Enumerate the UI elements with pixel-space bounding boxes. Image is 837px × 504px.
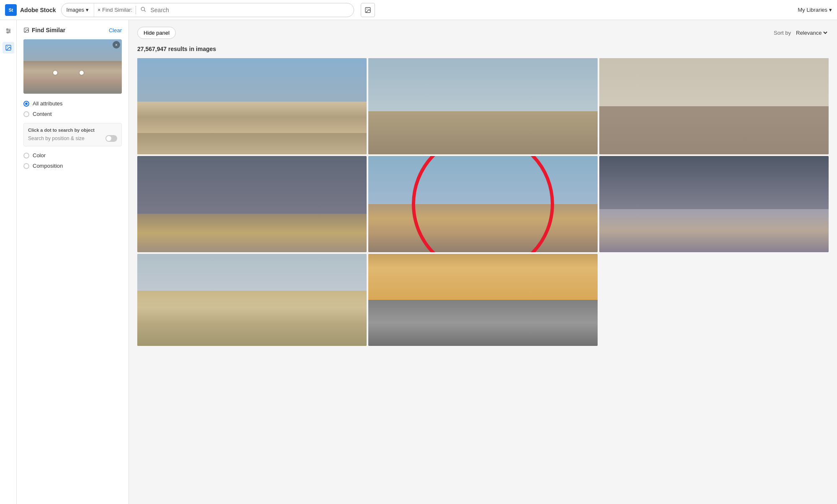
results-suffix: results in images [168,46,216,52]
svg-point-7 [7,29,8,30]
radio-content[interactable]: Content [23,111,122,117]
radio-label-composition: Composition [33,163,63,169]
image-cell[interactable] [368,58,598,154]
radio-label-content: Content [33,111,52,117]
adobe-stock-icon: St [5,4,17,16]
radio-circle-all [23,101,29,107]
svg-point-0 [141,7,145,10]
position-size-row: Search by position & size [28,135,117,142]
search-type-dropdown[interactable]: Images ▾ [62,3,95,17]
search-input[interactable] [150,7,353,13]
filters-icon-btn[interactable] [3,25,14,37]
side-panel-header: Find Similar Clear [23,27,122,33]
search-icon [136,6,150,14]
results-count: 27,567,947 results in images [137,46,829,52]
image-cell[interactable] [137,156,367,252]
radio-color[interactable]: Color [23,152,122,159]
brand-logo: St Adobe Stock [5,4,56,16]
icon-bar [0,20,17,504]
sort-row: Sort by Relevance Newest Popular [774,29,829,36]
upload-image-button[interactable] [361,3,375,17]
image-cell[interactable] [137,58,367,154]
radio-circle-color [23,153,29,159]
image-cell-annotated[interactable] [368,156,598,252]
radio-label-color: Color [33,152,46,159]
nav-right: My Libraries ▾ [798,7,832,13]
results-number: 27,567,947 [137,46,167,52]
find-similar-icon-btn[interactable] [3,42,14,54]
search-bar: Images ▾ × Find Similar: [61,3,354,17]
preview-image: × [23,39,122,94]
object-search-box: Click a dot to search by object Search b… [23,123,122,146]
radio-composition[interactable]: Composition [23,163,122,169]
image-cell[interactable] [368,254,598,346]
clear-button[interactable]: Clear [109,27,122,33]
hide-panel-label: Hide panel [144,30,169,36]
side-panel-title: Find Similar [23,27,65,33]
radio-label-all: All attributes [33,100,63,107]
brand-name: Adobe Stock [20,7,56,13]
svg-point-13 [25,29,26,30]
image-grid-container [137,58,829,346]
dropdown-chevron: ▾ [86,7,89,13]
search-type-label: Images [67,7,85,13]
find-similar-close[interactable]: × [98,7,100,13]
svg-point-3 [366,8,367,9]
my-libraries-label: My Libraries [798,7,827,13]
radio-all-attributes[interactable]: All attributes [23,100,122,107]
radio-circle-composition [23,163,29,169]
svg-line-1 [144,10,146,11]
svg-point-11 [7,46,8,47]
svg-point-9 [7,32,8,33]
preview-close-button[interactable]: × [113,41,120,49]
image-cell[interactable] [137,254,367,346]
more-radio-group: Color Composition [23,152,122,169]
my-libraries-button[interactable]: My Libraries ▾ [798,7,832,13]
find-similar-tag: × Find Similar: [94,3,136,17]
find-similar-label: Find Similar: [102,7,132,13]
main-layout: Find Similar Clear × All attributes [0,20,837,504]
position-size-text: Search by position & size [28,136,85,141]
radio-circle-content [23,111,29,117]
image-cell[interactable] [599,156,829,252]
content-header: Hide panel Sort by Relevance Newest Popu… [137,27,829,39]
sort-label: Sort by [774,30,791,36]
side-panel: Find Similar Clear × All attributes [17,20,129,504]
svg-point-8 [9,31,10,32]
my-libraries-chevron: ▾ [829,7,832,13]
main-content: Hide panel Sort by Relevance Newest Popu… [129,20,837,504]
side-panel-title-text: Find Similar [32,27,65,33]
image-grid [137,58,829,346]
attribute-radio-group: All attributes Content [23,100,122,117]
hide-panel-button[interactable]: Hide panel [137,27,176,39]
position-size-toggle[interactable] [105,135,117,142]
preview-dot-1[interactable] [53,71,57,75]
image-cell[interactable] [599,58,829,154]
top-navigation: St Adobe Stock Images ▾ × Find Similar: … [0,0,837,20]
object-search-label: Click a dot to search by object [28,128,117,133]
sort-select[interactable]: Relevance Newest Popular [794,29,829,36]
